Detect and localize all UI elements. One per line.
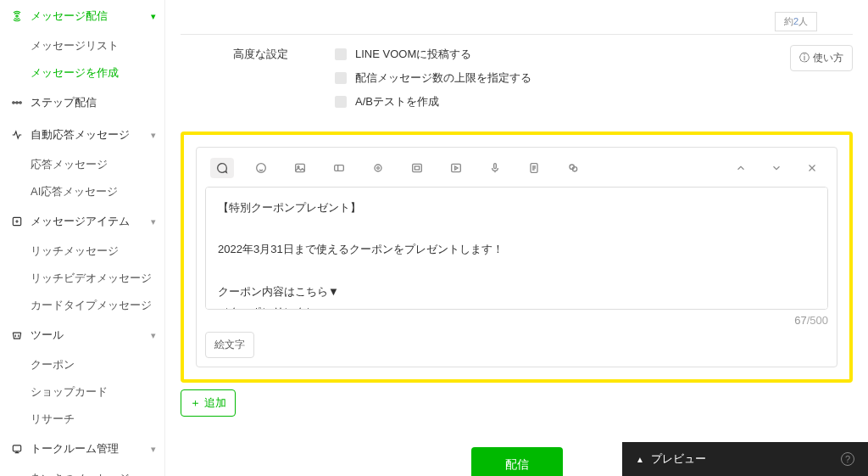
svg-rect-7 bbox=[296, 164, 305, 171]
divider bbox=[181, 34, 853, 35]
advanced-settings-row: 高度な設定 ⓘ 使い方 LINE VOOMに投稿する 配信メッセージ数の上限を指… bbox=[233, 47, 853, 109]
option-abtest[interactable]: A/Bテストを作成 bbox=[335, 94, 853, 109]
submit-button[interactable]: 配信 bbox=[471, 447, 563, 476]
chevron-down-icon: ▾ bbox=[151, 130, 156, 141]
svg-point-6 bbox=[257, 164, 266, 173]
sidebar-item-card-type[interactable]: カードタイプメッセージ bbox=[0, 292, 164, 319]
svg-rect-14 bbox=[452, 164, 461, 171]
plus-icon: ＋ bbox=[190, 395, 201, 411]
talkroom-icon bbox=[10, 443, 24, 455]
tool-delete[interactable] bbox=[801, 159, 823, 177]
tool-survey[interactable] bbox=[522, 158, 546, 178]
message-textarea[interactable] bbox=[205, 187, 828, 310]
svg-point-2 bbox=[16, 102, 18, 104]
sidebar-item-auto-reply[interactable]: 応答メッセージ bbox=[0, 151, 164, 178]
sidebar-head-label: トークルーム管理 bbox=[31, 441, 119, 456]
preview-bar[interactable]: ▲ プレビュー ? bbox=[622, 442, 868, 476]
triangle-up-icon: ▲ bbox=[636, 455, 644, 464]
preview-label: プレビュー bbox=[651, 451, 706, 467]
tool-chat[interactable] bbox=[210, 158, 234, 178]
recipient-count-badge: 約2人 bbox=[775, 12, 817, 31]
tool-move-down[interactable] bbox=[765, 159, 787, 177]
checkbox-icon bbox=[335, 72, 347, 84]
sidebar-head-step[interactable]: ステップ配信 bbox=[0, 87, 164, 119]
tool-coupon[interactable] bbox=[327, 158, 351, 178]
editor-toolbar bbox=[205, 156, 828, 187]
sidebar-head-label: 自動応答メッセージ bbox=[31, 127, 130, 143]
sidebar-head-items[interactable]: メッセージアイテム ▾ bbox=[0, 205, 164, 238]
help-icon[interactable]: ? bbox=[841, 452, 854, 466]
tool-richvideo[interactable] bbox=[405, 158, 429, 178]
plus-box-icon bbox=[10, 216, 24, 227]
step-icon bbox=[10, 97, 24, 109]
option-limit[interactable]: 配信メッセージ数の上限を指定する bbox=[335, 70, 853, 86]
svg-rect-15 bbox=[494, 164, 497, 169]
svg-rect-5 bbox=[13, 445, 20, 451]
sidebar-head-talkroom[interactable]: トークルーム管理 ▾ bbox=[0, 433, 164, 465]
howto-button[interactable]: ⓘ 使い方 bbox=[790, 45, 853, 71]
chevron-down-icon: ▾ bbox=[151, 330, 156, 341]
sidebar-head-label: ステップ配信 bbox=[31, 95, 97, 110]
svg-point-0 bbox=[16, 15, 18, 17]
sidebar-item-coupon[interactable]: クーポン bbox=[0, 351, 164, 378]
checkbox-icon bbox=[335, 48, 347, 60]
svg-point-11 bbox=[377, 167, 380, 170]
sidebar-head-label: メッセージアイテム bbox=[31, 214, 130, 229]
editor-card: 67/500 絵文字 bbox=[196, 147, 837, 367]
info-icon: ⓘ bbox=[799, 51, 810, 65]
main-area: 約2人 高度な設定 ⓘ 使い方 LINE VOOMに投稿する 配信メッセージ数の… bbox=[165, 0, 868, 476]
emoji-button[interactable]: 絵文字 bbox=[205, 332, 254, 358]
chevron-down-icon: ▾ bbox=[151, 216, 156, 227]
sidebar-head-label: ツール bbox=[31, 328, 64, 343]
tool-cardtype[interactable] bbox=[561, 158, 585, 178]
sidebar-item-shopcard[interactable]: ショップカード bbox=[0, 378, 164, 406]
chevron-down-icon: ▾ bbox=[151, 11, 156, 22]
tools-icon bbox=[10, 329, 24, 341]
sidebar-item-rich-video[interactable]: リッチビデオメッセージ bbox=[0, 265, 164, 292]
advanced-settings-label: 高度な設定 bbox=[233, 47, 309, 109]
svg-rect-13 bbox=[415, 166, 419, 170]
sidebar: メッセージ配信 ▾ メッセージリスト メッセージを作成 ステップ配信 自動応答メ… bbox=[0, 0, 165, 476]
tool-video[interactable] bbox=[444, 158, 468, 178]
svg-point-10 bbox=[375, 165, 381, 171]
tool-sticker[interactable] bbox=[249, 158, 273, 178]
sidebar-item-message-list[interactable]: メッセージリスト bbox=[0, 32, 164, 59]
sidebar-item-rich-message[interactable]: リッチメッセージ bbox=[0, 238, 164, 265]
tool-move-up[interactable] bbox=[730, 159, 752, 177]
sidebar-head-broadcast[interactable]: メッセージ配信 ▾ bbox=[0, 0, 164, 32]
svg-rect-9 bbox=[335, 165, 344, 171]
checkbox-icon bbox=[335, 96, 347, 108]
svg-point-3 bbox=[19, 102, 21, 104]
chevron-down-icon: ▾ bbox=[151, 444, 156, 455]
sidebar-head-label: メッセージ配信 bbox=[31, 8, 108, 24]
auto-reply-icon bbox=[10, 129, 24, 141]
sidebar-item-ai-reply[interactable]: AI応答メッセージ bbox=[0, 178, 164, 205]
add-button[interactable]: ＋ 追加 bbox=[181, 389, 236, 417]
svg-point-1 bbox=[13, 102, 14, 104]
sidebar-head-tools[interactable]: ツール ▾ bbox=[0, 319, 164, 351]
sidebar-item-research[interactable]: リサーチ bbox=[0, 406, 164, 433]
svg-rect-12 bbox=[413, 164, 422, 171]
tool-image[interactable] bbox=[288, 158, 312, 178]
char-counter: 67/500 bbox=[205, 312, 828, 327]
sidebar-head-auto[interactable]: 自動応答メッセージ ▾ bbox=[0, 119, 164, 151]
option-voom[interactable]: LINE VOOMに投稿する bbox=[335, 47, 853, 62]
editor-highlight-frame: 67/500 絵文字 bbox=[181, 132, 853, 383]
tool-voice[interactable] bbox=[483, 158, 507, 178]
sidebar-item-message-create[interactable]: メッセージを作成 bbox=[0, 59, 164, 87]
tool-richmessage[interactable] bbox=[366, 158, 390, 178]
sidebar-item-greeting[interactable]: あいさつメッセージ bbox=[0, 465, 164, 476]
broadcast-icon bbox=[10, 10, 24, 22]
